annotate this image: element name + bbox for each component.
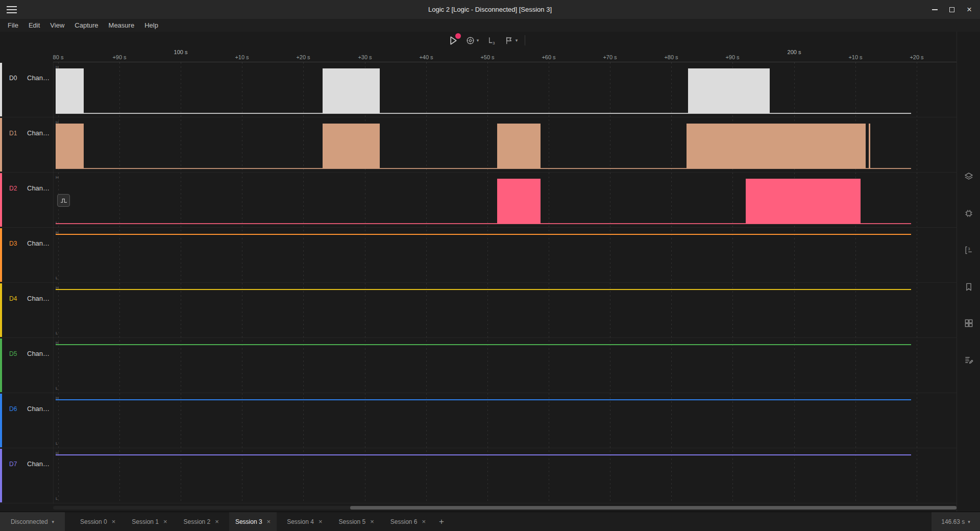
flag-button[interactable]: ▾ [503,33,519,48]
annotations-button[interactable] [960,278,977,296]
channel-name-label[interactable]: Chan… [27,129,50,137]
channel-name-label[interactable]: Chan… [27,74,50,82]
session-tab-session-2[interactable]: Session 2× [178,512,225,531]
close-button[interactable]: × [961,0,978,19]
waveform-high-pulse [323,68,380,113]
channel-id-label[interactable]: D1 [9,130,17,137]
timing-markers-button[interactable]: 3 [960,242,977,259]
tab-close-icon[interactable]: × [112,518,116,525]
tab-close-icon[interactable]: × [215,518,219,525]
channel-row-d1: D1Chan…HL [0,117,957,173]
ruler-tick-label: 80 s [53,54,64,60]
channel-waveform[interactable]: HL [53,393,957,448]
waveform-high-pulse [688,68,770,113]
session-tab-session-0[interactable]: Session 0× [74,512,121,531]
channel-row-d6: D6Chan…HL [0,393,957,448]
channel-id-label[interactable]: D7 [9,461,17,468]
session-tab-session-4[interactable]: Session 4× [281,512,328,531]
analyzers-button[interactable] [960,168,977,185]
start-capture-button[interactable] [445,33,460,48]
tab-close-icon[interactable]: × [163,518,167,525]
maximize-button[interactable] [943,0,961,19]
device-settings-button[interactable]: ▾ [464,33,480,48]
tab-close-icon[interactable]: × [370,518,374,525]
ruler-tick-label: +40 s [419,54,433,60]
channel-name-label[interactable]: Chan… [27,295,50,302]
menu-file[interactable]: File [3,19,23,32]
channel-id-label[interactable]: D0 [9,75,17,82]
channel-row-d0: D0Chan…HL [0,62,957,117]
window-title: Logic 2 [Logic - Disconnected] [Session … [0,6,980,13]
chip-icon [964,208,974,219]
channel-name-label[interactable]: Chan… [27,405,50,413]
horizontal-scrollbar[interactable] [53,506,957,510]
new-session-button[interactable]: + [434,512,449,531]
scrollbar-thumb[interactable] [350,506,957,510]
tab-close-icon[interactable]: × [422,518,426,525]
device-info-button[interactable] [960,205,977,222]
notes-icon [964,355,974,365]
channel-waveform[interactable]: HL [53,283,957,338]
channel-waveform[interactable]: HL [53,117,957,173]
notes-button[interactable] [960,351,977,369]
time-ruler[interactable]: 80 s+90 s100 s+10 s+20 s+30 s+40 s+50 s+… [53,49,957,62]
low-level-marker: L [56,441,58,446]
channel-name-label[interactable]: Chan… [27,239,50,247]
waveform-high-line [56,234,911,235]
channel-id-label[interactable]: D2 [9,185,17,192]
toolbar-button-group: ▾3▾ [445,33,525,48]
waveform-high-line [56,399,911,400]
waveform-high-pulse [497,179,541,224]
minimize-button[interactable] [926,0,943,19]
extensions-button[interactable] [960,315,977,332]
channel-row-d3: D3Chan…HL [0,228,957,283]
channel-waveform[interactable]: HL [53,448,957,503]
channel-name-label[interactable]: Chan… [27,460,50,468]
ruler-tick-label: +20 s [910,54,923,60]
menu-measure[interactable]: Measure [104,19,140,32]
hamburger-menu-button[interactable] [4,3,20,16]
capture-duration-control[interactable]: 146.63 s ▾ [932,512,980,531]
channel-name-label[interactable]: Chan… [27,184,50,192]
menu-help[interactable]: Help [139,19,163,32]
channel-row-d7: D7Chan…HL [0,448,957,503]
session-tab-session-6[interactable]: Session 6× [384,512,432,531]
minimize-icon [932,9,938,10]
ruler-tick-label: +50 s [480,54,494,60]
channel-row-d5: D5Chan…HL [0,338,957,393]
tab-close-icon[interactable]: × [318,518,323,525]
channel-id-label[interactable]: D6 [9,405,17,413]
svg-text:3: 3 [493,40,495,45]
channel-color-stripe [0,228,2,282]
channel-id-label[interactable]: D4 [9,295,17,302]
channel-waveform[interactable]: HL [53,173,957,228]
tab-close-icon[interactable]: × [267,518,271,525]
chevron-down-icon: ▾ [968,519,970,524]
menu-capture[interactable]: Capture [69,19,103,32]
timing-marker-button[interactable]: 3 [484,33,499,48]
waveform-high-pulse [746,179,861,224]
channel-name-label[interactable]: Chan… [27,350,50,357]
glitch-filter-button[interactable] [57,194,70,207]
device-status-button[interactable]: Disconnected ▾ [0,512,65,531]
waveform-high-pulse [56,124,84,168]
chevron-down-icon: ▾ [516,38,518,43]
device-status-label: Disconnected [11,518,48,525]
channel-waveform[interactable]: HL [53,228,957,283]
menu-edit[interactable]: Edit [23,19,45,32]
channel-id-label[interactable]: D5 [9,350,17,357]
waveform-high-pulse [497,124,541,168]
ruler-tick-label: +80 s [664,54,678,60]
session-tab-session-1[interactable]: Session 1× [126,512,173,531]
session-tab-label: Session 3 [235,518,262,525]
channel-waveform[interactable]: HL [53,62,957,117]
menu-view[interactable]: View [45,19,69,32]
waveform-high-line [56,289,911,290]
session-tab-session-3[interactable]: Session 3× [229,512,277,531]
channel-waveform[interactable]: HL [53,338,957,393]
close-icon: × [967,5,972,14]
ruler-tick-label: 100 s [174,49,188,55]
channel-id-label[interactable]: D3 [9,240,17,247]
session-tab-session-5[interactable]: Session 5× [332,512,380,531]
toolbar-separator [525,35,525,45]
